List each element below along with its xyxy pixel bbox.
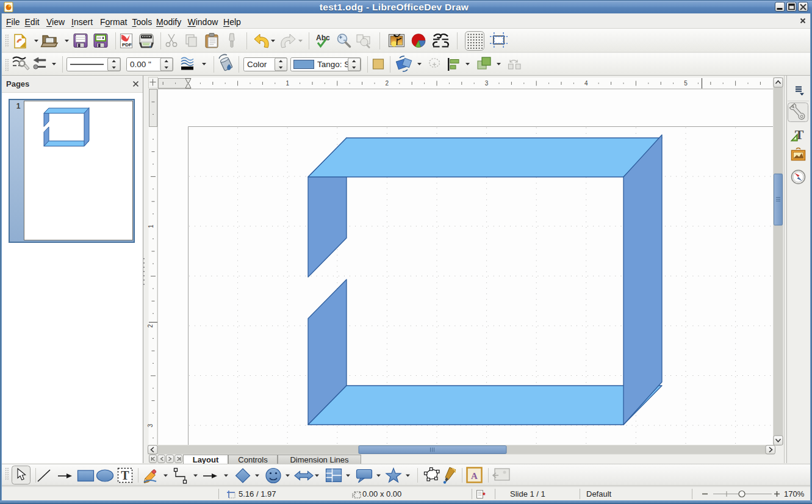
svg-text:1: 1 (16, 102, 21, 110)
svg-text:Abc: Abc (316, 34, 330, 42)
svg-text:1: 1 (286, 80, 289, 87)
svg-text:A: A (471, 471, 478, 481)
svg-text:Tango: S: Tango: S (317, 60, 350, 69)
svg-text:3: 3 (148, 423, 154, 427)
svg-text:5: 5 (684, 80, 688, 87)
svg-text:PDF: PDF (122, 42, 132, 48)
svg-text:0.00 ": 0.00 " (130, 60, 151, 69)
svg-text:2: 2 (148, 324, 154, 328)
svg-text:1: 1 (148, 225, 154, 228)
svg-text:T: T (121, 469, 129, 482)
svg-text:*: * (483, 491, 486, 499)
svg-text:3: 3 (485, 80, 489, 87)
svg-text:2: 2 (386, 80, 389, 87)
svg-text:4: 4 (584, 80, 588, 87)
svg-text:Color: Color (247, 60, 267, 69)
